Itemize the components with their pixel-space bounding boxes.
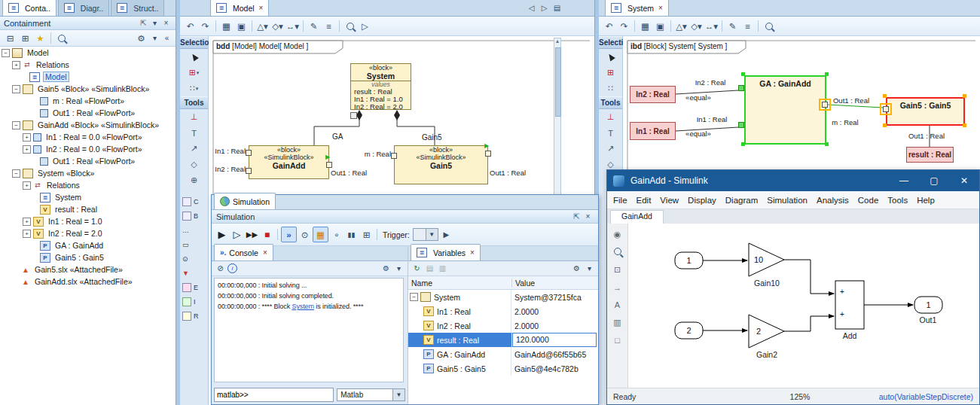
annotation-icon[interactable]: A	[615, 300, 620, 309]
shape-dropdown-icon[interactable]: △▾	[255, 19, 270, 33]
selection-handle[interactable]	[741, 142, 745, 146]
part-tool-icon[interactable]: T	[599, 125, 622, 141]
gear-dropdown-icon[interactable]: ▾	[393, 263, 405, 274]
selection-handle[interactable]	[825, 142, 829, 146]
variables-row-in2[interactable]: In2 : Real 2.0000	[408, 318, 598, 333]
gear-dropdown-icon[interactable]: ▾	[584, 263, 595, 274]
menu-code[interactable]: Code	[858, 196, 879, 205]
close-panel-icon[interactable]: ×	[582, 211, 594, 222]
step-icon[interactable]: ▷	[230, 227, 244, 242]
simulink-titlebar[interactable]: GainAdd - Simulink — ▢ ✕	[607, 170, 979, 191]
tab-diagrams[interactable]: Diagr..	[58, 0, 109, 16]
collapse-icon[interactable]	[410, 293, 418, 301]
gain10-value[interactable]: 10	[749, 255, 768, 264]
palette-selection-header[interactable]: Selection	[599, 36, 622, 49]
run-icon[interactable]: ▷	[358, 19, 372, 33]
port-tool-icon[interactable]: ⊥	[599, 109, 622, 125]
tree-item-relations2[interactable]: Relations	[0, 179, 176, 191]
relation-dropdown-icon[interactable]: ◇▾	[270, 19, 285, 33]
note-tool-icon[interactable]: ⊕	[180, 172, 208, 188]
maximize-icon[interactable]: ▢	[919, 170, 949, 191]
system-link[interactable]: System	[292, 303, 313, 310]
fast-forward-icon[interactable]: ▶▶	[245, 227, 259, 242]
variables-row-ga[interactable]: GA : GainAdd GainAdd@66f55b65	[408, 347, 598, 361]
anchor-icon[interactable]	[350, 112, 357, 119]
menu-diagram[interactable]: Diagram	[725, 196, 758, 205]
gainadd-port-in2-label[interactable]: In2 : Real	[210, 165, 246, 173]
menu-edit[interactable]: Edit	[637, 196, 652, 205]
tab-variables[interactable]: Variables ×	[411, 244, 481, 260]
undo-icon[interactable]: ↶	[183, 19, 197, 33]
stop-icon[interactable]: ■	[260, 227, 274, 242]
equal-stereotype-label[interactable]: «equal»	[680, 93, 716, 102]
matlab-prompt-input[interactable]	[214, 388, 334, 402]
gainadd-in1-port[interactable]	[246, 150, 252, 156]
expand-all-icon[interactable]: ⊞	[18, 31, 32, 45]
minimize-toolbar-icon[interactable]: «	[161, 32, 172, 44]
animation-icon[interactable]: ⊙	[298, 227, 312, 242]
area-icon[interactable]: □	[615, 336, 620, 345]
tree-item-ga-part[interactable]: GA : GainAdd	[0, 239, 176, 251]
gear-dropdown-icon[interactable]: ▾	[149, 32, 160, 44]
tab-gainadd[interactable]: GainAdd	[610, 210, 664, 224]
cursor-tool-icon[interactable]	[180, 49, 208, 65]
redo-icon[interactable]: ↷	[617, 19, 631, 33]
tab-system-diagram[interactable]: System ×	[605, 0, 669, 16]
selection-handle[interactable]	[883, 94, 887, 98]
connector-in2-label[interactable]: In2 : Real	[689, 78, 731, 87]
tree-item-gain5-part[interactable]: Gain5 : Gain5	[0, 251, 176, 263]
ga-in1-port[interactable]	[738, 122, 744, 128]
status-solver[interactable]: auto(VariableStepDiscrete)	[830, 392, 973, 401]
arrow-dropdown-icon[interactable]: ↔▾	[704, 19, 719, 33]
expand-icon[interactable]	[12, 61, 20, 69]
zoom-icon[interactable]	[343, 19, 357, 33]
selection-handle[interactable]	[963, 123, 966, 127]
ga-out1-label[interactable]: Out1 : Real	[832, 96, 871, 105]
save-image-icon[interactable]: ▣	[234, 19, 249, 33]
tab-simulation[interactable]: Simulation	[214, 193, 276, 209]
library-browser-icon[interactable]: ◉	[614, 230, 621, 239]
palette-group-dots[interactable]: …	[180, 223, 208, 237]
tree-item-gainadd-slx[interactable]: GainAdd.slx «AttachedFile»	[0, 276, 176, 288]
collapse-all-icon[interactable]: ⊟	[3, 31, 17, 45]
engine-dropdown[interactable]: Matlab ▼	[337, 388, 405, 401]
settings-gear-icon[interactable]: ⚙	[571, 263, 582, 274]
gain5-edge-label[interactable]: Gain5	[422, 133, 442, 142]
collapse-icon[interactable]	[12, 169, 20, 178]
add-label[interactable]: Add	[827, 331, 872, 340]
system-block[interactable]: «block» System values result : Real In1 …	[350, 63, 411, 110]
selection-handle[interactable]	[741, 72, 745, 76]
float-panel-icon[interactable]: ⇱	[138, 17, 149, 29]
inport1-block[interactable]: 1	[675, 256, 703, 265]
column-header-value[interactable]: Value	[512, 279, 535, 288]
variables-toggle-icon[interactable]: ▦	[313, 227, 328, 242]
trigger-dropdown[interactable]: ▼	[413, 228, 438, 241]
tab-structure[interactable]: Struct..	[111, 0, 164, 16]
zoom-icon[interactable]	[614, 248, 621, 257]
selection-handle[interactable]	[825, 72, 829, 76]
system-value-in2[interactable]: In2 : Real = 2.0	[351, 103, 411, 111]
gainadd-in2-port[interactable]	[246, 168, 252, 174]
variables-row-system[interactable]: System System@37215fca	[408, 290, 598, 304]
outport-block[interactable]: 1	[914, 300, 942, 309]
gainadd-out1-port[interactable]	[326, 162, 332, 168]
breakpoint-icon[interactable]: ∘	[329, 227, 343, 242]
tree-item-system-block[interactable]: System «Block»	[0, 167, 176, 179]
import-icon[interactable]: ▥	[437, 263, 448, 274]
info-icon[interactable]: i	[227, 263, 237, 273]
palette-tools-header[interactable]: Tools	[180, 96, 208, 109]
out1-label[interactable]: Out1	[905, 315, 951, 324]
close-icon[interactable]: ✕	[949, 170, 979, 191]
connector-tool-icon[interactable]: ↗	[180, 141, 208, 157]
magnifier-tool-icon[interactable]: ⊞▾	[180, 65, 208, 81]
collapse-icon[interactable]	[2, 49, 10, 57]
gain2-label[interactable]: Gain2	[744, 350, 789, 359]
connector-in1-label[interactable]: In1 : Real	[691, 115, 733, 123]
selection-handle[interactable]	[883, 123, 887, 127]
part-ga-gainadd[interactable]: GA : GainAdd	[744, 75, 826, 145]
cursor-tool-icon[interactable]	[599, 49, 622, 65]
fit-view-icon[interactable]: ⊡	[614, 265, 621, 275]
inport2-block[interactable]: 2	[675, 326, 703, 335]
palette-group-i[interactable]: I	[180, 294, 208, 309]
menu-analysis[interactable]: Analysis	[817, 196, 849, 205]
